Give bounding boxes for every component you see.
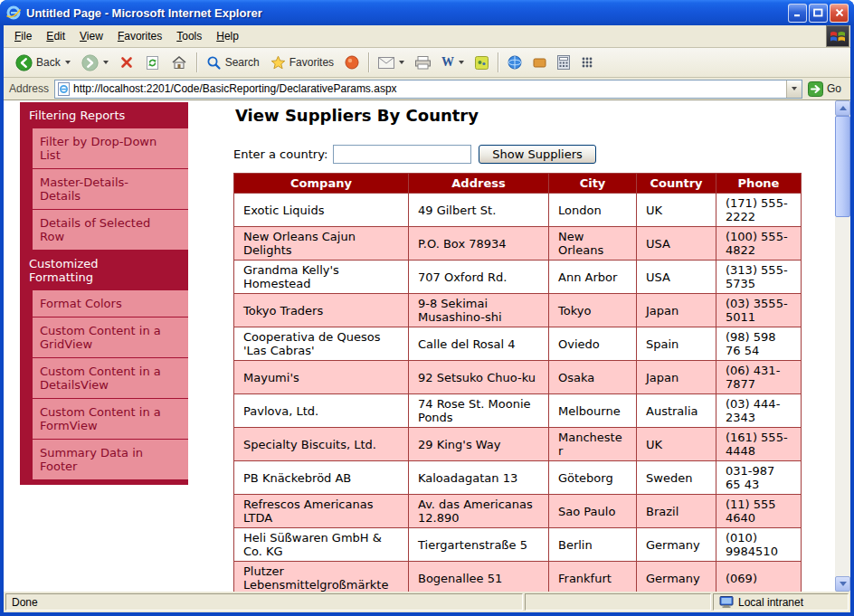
table-cell: Sweden xyxy=(637,461,716,495)
menu-favorites[interactable]: Favorites xyxy=(110,26,169,46)
table-cell: (069) xyxy=(716,562,802,592)
mail-icon xyxy=(378,57,394,69)
table-row: Pavlova, Ltd. 74 Rose St. Moonie Ponds M… xyxy=(234,394,802,428)
browser-window: Untitled Page - Microsoft Internet Explo… xyxy=(0,0,854,616)
sidebar-section-customized-formatting[interactable]: Customized Formatting xyxy=(20,251,188,290)
table-cell: Kaloadagatan 13 xyxy=(409,461,549,495)
edit-button[interactable] xyxy=(437,52,469,72)
print-button[interactable] xyxy=(411,53,435,72)
table-cell: Grandma Kelly's Homestead xyxy=(234,261,409,294)
scroll-up-button[interactable] xyxy=(835,100,850,116)
table-cell: 49 Gilbert St. xyxy=(409,194,549,227)
scroll-down-button[interactable] xyxy=(835,576,850,592)
show-suppliers-button[interactable]: Show Suppliers xyxy=(479,145,596,164)
table-header-row: Company Address City Country Phone xyxy=(234,174,802,194)
table-cell: Australia xyxy=(637,394,716,428)
mail-dropdown-icon[interactable] xyxy=(399,61,404,64)
stop-icon xyxy=(119,55,134,70)
go-label: Go xyxy=(827,82,841,95)
search-label: Search xyxy=(225,56,260,69)
sidebar-item-filter-by-dropdown[interactable]: Filter by Drop-Down List xyxy=(33,128,188,169)
forward-dropdown-icon[interactable] xyxy=(103,61,109,64)
menu-tools[interactable]: Tools xyxy=(169,26,209,46)
table-cell: Frankfurt xyxy=(549,562,637,592)
keypad-button[interactable] xyxy=(576,53,598,71)
edit-dropdown-icon[interactable] xyxy=(459,61,464,64)
research-button[interactable] xyxy=(528,53,551,72)
country-label: Enter a country: xyxy=(233,147,327,161)
mail-button[interactable] xyxy=(374,54,409,71)
minimize-button[interactable] xyxy=(788,4,807,23)
media-icon xyxy=(345,55,359,70)
security-zone-panel: Local intranet xyxy=(713,593,849,611)
address-input[interactable] xyxy=(73,81,783,97)
sidebar-item-custom-content-detailsview[interactable]: Custom Content in a DetailsView xyxy=(33,358,188,399)
sidebar-item-format-colors[interactable]: Format Colors xyxy=(33,290,188,317)
research-icon xyxy=(533,56,546,70)
country-form: Enter a country: Show Suppliers xyxy=(233,145,801,164)
menu-help[interactable]: Help xyxy=(209,26,246,46)
menu-file[interactable]: File xyxy=(7,26,39,46)
table-cell: 707 Oxford Rd. xyxy=(409,261,549,294)
calculator-icon xyxy=(557,55,570,70)
back-icon xyxy=(15,54,33,71)
forward-icon xyxy=(81,54,99,71)
scrollbar-track[interactable] xyxy=(835,116,850,576)
refresh-button[interactable] xyxy=(140,52,165,73)
home-button[interactable] xyxy=(166,52,192,72)
status-panel: Done xyxy=(5,593,523,611)
table-cell: Bogenallee 51 xyxy=(409,562,549,592)
media-button[interactable] xyxy=(340,52,364,72)
country-input[interactable] xyxy=(333,145,471,164)
toolbar-separator xyxy=(196,52,197,72)
table-row: Mayumi's 92 Setsuko Chuo-ku Osaka Japan … xyxy=(234,361,802,394)
close-button[interactable] xyxy=(830,4,849,23)
table-cell: (11) 555 4640 xyxy=(716,495,802,528)
address-dropdown-button[interactable] xyxy=(786,81,802,98)
search-button[interactable]: Search xyxy=(202,52,264,73)
globe-icon xyxy=(508,55,522,70)
column-header-phone: Phone xyxy=(716,174,802,194)
sidebar-nav: Filtering Reports Filter by Drop-Down Li… xyxy=(20,102,188,485)
favorites-button[interactable]: Favorites xyxy=(266,52,338,72)
menu-view[interactable]: View xyxy=(72,26,110,46)
table-cell: Av. das Americanas 12.890 xyxy=(409,495,549,528)
address-combo[interactable] xyxy=(54,80,802,99)
sidebar-item-custom-content-formview[interactable]: Custom Content in a FormView xyxy=(33,399,188,440)
sidebar-item-custom-content-gridview[interactable]: Custom Content in a GridView xyxy=(33,317,188,358)
ie-logo-icon xyxy=(5,5,22,20)
table-cell: Göteborg xyxy=(549,461,637,495)
address-label: Address xyxy=(9,82,49,95)
search-icon xyxy=(206,55,222,71)
status-panel-middle xyxy=(525,593,711,611)
sidebar-item-details-of-selected-row[interactable]: Details of Selected Row xyxy=(33,210,188,251)
maximize-button[interactable] xyxy=(809,4,828,23)
table-row: Cooperativa de Quesos 'Las Cabras' Calle… xyxy=(234,327,802,361)
go-button[interactable]: Go xyxy=(808,81,845,97)
messenger-button[interactable] xyxy=(470,53,493,72)
table-row: Exotic Liquids 49 Gilbert St. London UK … xyxy=(234,194,802,227)
column-header-address: Address xyxy=(409,174,549,194)
page: Filtering Reports Filter by Drop-Down Li… xyxy=(4,100,835,592)
vertical-scrollbar[interactable] xyxy=(835,100,850,592)
refresh-icon xyxy=(145,55,160,71)
stop-button[interactable] xyxy=(115,52,138,72)
forward-button[interactable] xyxy=(77,52,113,74)
back-button[interactable]: Back xyxy=(11,52,75,74)
back-dropdown-icon[interactable] xyxy=(65,61,71,64)
calculator-button[interactable] xyxy=(553,52,574,72)
sidebar-section-filtering-reports[interactable]: Filtering Reports xyxy=(20,102,188,128)
menu-edit[interactable]: Edit xyxy=(39,26,72,46)
web-tool-button[interactable] xyxy=(503,52,527,72)
table-cell: 92 Setsuko Chuo-ku xyxy=(409,361,549,394)
sidebar-item-summary-data-footer[interactable]: Summary Data in Footer xyxy=(33,440,188,480)
table-row: Tokyo Traders 9-8 Sekimai Musashino-shi … xyxy=(234,294,802,327)
edit-icon xyxy=(441,55,454,70)
titlebar[interactable]: Untitled Page - Microsoft Internet Explo… xyxy=(0,0,854,25)
table-row: PB Knäckebröd AB Kaloadagatan 13 Götebor… xyxy=(234,461,802,495)
sidebar-item-master-details-details[interactable]: Master-Details-Details xyxy=(33,169,188,210)
scrollbar-thumb[interactable] xyxy=(835,116,850,217)
table-cell: Specialty Biscuits, Ltd. xyxy=(234,428,409,461)
table-cell: (161) 555-4448 xyxy=(716,428,802,461)
table-row: New Orleans Cajun Delights P.O. Box 7893… xyxy=(234,227,802,261)
